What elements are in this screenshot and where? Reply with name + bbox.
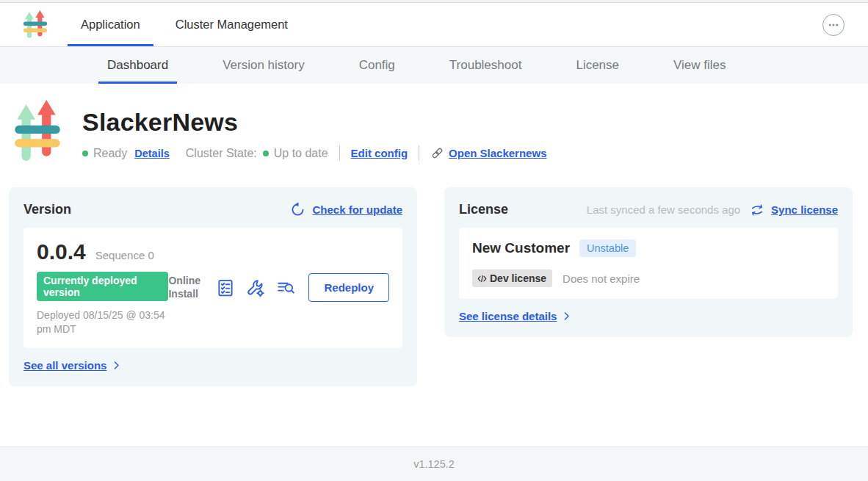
chain-link-icon <box>430 146 444 160</box>
license-expiry: Does not expire <box>563 272 640 285</box>
subtab-license[interactable]: License <box>567 47 628 84</box>
slackernews-hash-arrows-logo-icon <box>22 10 48 40</box>
top-nav: Application Cluster Management <box>0 3 868 47</box>
version-card: Version Check for update 0.0.4 Sequence <box>9 187 417 386</box>
last-synced-text: Last synced a few seconds ago <box>587 203 740 216</box>
version-info: 0.0.4 Sequence 0 Currently deployed vers… <box>37 239 168 336</box>
version-card-title: Version <box>23 202 71 217</box>
customer-row: New Customer Unstable <box>472 239 825 257</box>
divider <box>339 145 340 161</box>
version-actions: Online Install <box>168 273 389 302</box>
preflight-checks-icon[interactable] <box>216 278 235 297</box>
license-card: License Last synced a few seconds ago Sy… <box>444 187 853 337</box>
version-card-header: Version Check for update <box>23 202 402 217</box>
subtab-config-label: Config <box>359 58 395 73</box>
subtab-version-history[interactable]: Version history <box>214 47 314 84</box>
sequence-label: Sequence 0 <box>95 249 154 261</box>
refresh-icon <box>290 202 305 217</box>
license-sync-area: Last synced a few seconds ago Sync licen… <box>587 203 838 217</box>
footer: v1.125.2 <box>0 446 868 481</box>
subtab-troubleshoot-label: Troubleshoot <box>449 58 522 73</box>
code-brackets-icon <box>477 273 488 284</box>
version-number-row: 0.0.4 Sequence 0 <box>37 239 168 264</box>
dashboard-cards: Version Check for update 0.0.4 Sequence <box>0 187 868 386</box>
chevron-right-icon <box>560 310 573 322</box>
divider <box>419 145 419 161</box>
check-for-update-link[interactable]: Check for update <box>312 203 402 216</box>
sync-license-link[interactable]: Sync license <box>771 203 838 216</box>
tab-application-label: Application <box>81 18 140 32</box>
cluster-state-dot <box>263 151 269 156</box>
chevron-right-icon <box>110 359 123 372</box>
current-version-panel: 0.0.4 Sequence 0 Currently deployed vers… <box>23 228 402 348</box>
sync-arrows-icon <box>750 203 764 217</box>
status-details-link[interactable]: Details <box>134 148 170 159</box>
wrench-gear-icon[interactable] <box>246 278 265 297</box>
see-license-details[interactable]: See license details <box>459 310 838 322</box>
app-logo-large <box>15 99 60 162</box>
subtab-license-label: License <box>576 58 619 73</box>
deployed-timestamp: Deployed 08/15/25 @ 03:54 pm MDT <box>37 308 168 336</box>
check-for-update[interactable]: Check for update <box>290 202 402 217</box>
install-type-label: Online Install <box>168 275 205 300</box>
subtab-view-files-label: View files <box>673 58 726 73</box>
subtab-dashboard-label: Dashboard <box>107 58 168 73</box>
slackernews-hash-arrows-logo-icon <box>15 99 60 162</box>
see-license-details-link[interactable]: See license details <box>459 310 557 322</box>
overflow-menu-button[interactable] <box>822 14 845 36</box>
subtab-dashboard[interactable]: Dashboard <box>98 47 177 84</box>
tab-cluster-management[interactable]: Cluster Management <box>162 3 301 46</box>
cluster-state-value: Up to date <box>274 147 328 160</box>
nav-spacer <box>310 3 822 46</box>
customer-name: New Customer <box>472 240 570 256</box>
ellipsis-icon <box>826 18 841 32</box>
see-all-versions-link[interactable]: See all versions <box>23 359 106 372</box>
app-sub-nav: Dashboard Version history Config Trouble… <box>0 47 868 84</box>
console-version: v1.125.2 <box>413 458 455 470</box>
license-meta-row: Dev license Does not expire <box>472 270 825 287</box>
redeploy-button[interactable]: Redeploy <box>308 273 389 302</box>
tab-cluster-management-label: Cluster Management <box>176 18 288 32</box>
subtab-version-history-label: Version history <box>223 58 305 73</box>
main-content: SlackerNews Ready Details Cluster State:… <box>0 84 868 446</box>
cluster-state-label: Cluster State: <box>186 147 257 160</box>
app-status-dot <box>82 151 88 156</box>
subtab-view-files[interactable]: View files <box>665 47 735 84</box>
license-card-title: License <box>459 202 508 217</box>
app-status-row: Ready Details Cluster State: Up to date … <box>82 145 546 161</box>
license-card-header: License Last synced a few seconds ago Sy… <box>459 202 838 217</box>
channel-badge: Unstable <box>579 239 636 257</box>
license-type-badge-label: Dev license <box>490 272 546 284</box>
subtab-troubleshoot[interactable]: Troubleshoot <box>441 47 531 84</box>
open-app-link[interactable]: Open Slackernews <box>430 146 546 160</box>
app-header-text: SlackerNews Ready Details Cluster State:… <box>82 99 546 161</box>
subtab-config[interactable]: Config <box>350 47 404 84</box>
version-number: 0.0.4 <box>37 239 86 264</box>
page: Application Cluster Management Dashboard… <box>0 0 868 481</box>
app-logo[interactable] <box>22 10 48 40</box>
page-title: SlackerNews <box>82 108 546 137</box>
app-status-text: Ready <box>93 147 127 160</box>
top-nav-tabs: Application Cluster Management <box>68 3 310 46</box>
app-header: SlackerNews Ready Details Cluster State:… <box>0 99 868 162</box>
license-details-panel: New Customer Unstable <box>459 228 838 299</box>
deploy-logs-icon[interactable] <box>276 278 295 297</box>
license-type-badge: Dev license <box>472 270 552 287</box>
see-all-versions[interactable]: See all versions <box>23 359 402 372</box>
deployed-status-badge: Currently deployed version <box>37 272 168 301</box>
edit-config-link[interactable]: Edit config <box>351 147 408 159</box>
tab-application[interactable]: Application <box>68 3 153 46</box>
open-app-link-text[interactable]: Open Slackernews <box>449 147 546 159</box>
